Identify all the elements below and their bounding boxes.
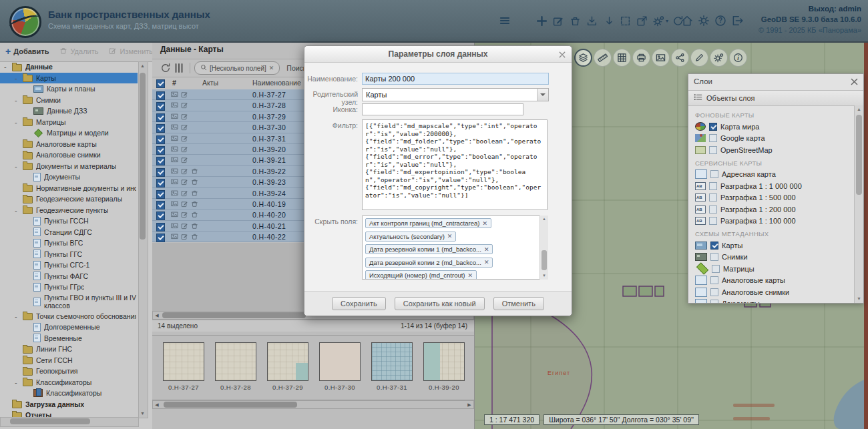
- image-icon[interactable]: [171, 200, 178, 207]
- remove-chip-icon[interactable]: ✕: [484, 259, 489, 266]
- map-tool-grid-button[interactable]: [613, 49, 631, 67]
- layer-checkbox[interactable]: [709, 123, 717, 131]
- row-checkbox[interactable]: [156, 168, 165, 177]
- add-button[interactable]: + Добавить: [0, 41, 54, 61]
- column-header-acts[interactable]: Акты: [202, 79, 218, 87]
- thumbnail-image[interactable]: [423, 342, 465, 381]
- layer-checkbox[interactable]: [710, 276, 718, 284]
- image-icon[interactable]: [171, 233, 178, 240]
- collapse-icon[interactable]: -: [4, 63, 12, 71]
- trash-icon[interactable]: [191, 200, 198, 207]
- map-thumbnail[interactable]: 0.H-37-27: [158, 336, 210, 400]
- layer-checkbox[interactable]: [710, 242, 718, 250]
- tree-item[interactable]: -Точки съемочного обоснования: [0, 311, 138, 322]
- map-tool-share-button[interactable]: [671, 49, 689, 67]
- row-checkbox[interactable]: [156, 179, 165, 187]
- scroll-down-icon[interactable]: ▼: [540, 272, 548, 280]
- filter-field[interactable]: [{"field":"md_mapscale","type":"int","op…: [362, 119, 548, 210]
- scroll-down-icon[interactable]: ▼: [139, 410, 146, 418]
- tree-item[interactable]: Временные: [0, 333, 138, 344]
- tree-item[interactable]: -Документы и материалы: [0, 161, 138, 172]
- edit-icon[interactable]: [181, 156, 188, 163]
- tree-item[interactable]: Аналоговые снимки: [0, 149, 138, 161]
- image-icon[interactable]: [171, 123, 178, 131]
- layer-checkbox[interactable]: [709, 134, 717, 142]
- edit-icon[interactable]: [181, 123, 188, 131]
- image-icon[interactable]: [171, 101, 178, 109]
- tree-item[interactable]: -Классификаторы: [0, 377, 138, 388]
- tree-vertical-scrollbar[interactable]: ▲ ▼: [138, 61, 148, 418]
- image-icon[interactable]: [171, 167, 178, 175]
- settings-icon[interactable]: [696, 13, 711, 28]
- hidden-fields-box[interactable]: Акт контроля границ (md_cntractarea)✕Акт…: [362, 216, 548, 280]
- scrollbar-thumb[interactable]: [140, 73, 146, 240]
- thumbnail-scrollbar[interactable]: ◀ ▶: [152, 400, 474, 409]
- map-tool-info-button[interactable]: i: [729, 49, 747, 67]
- scroll-left-icon[interactable]: ◀: [153, 312, 161, 319]
- layer-checkbox[interactable]: [712, 265, 720, 273]
- tree-item[interactable]: -Матрицы: [0, 117, 138, 128]
- name-field[interactable]: [362, 73, 549, 85]
- search-filter-chip[interactable]: [Несколько полей] ✕: [194, 61, 280, 75]
- trash-icon[interactable]: [191, 211, 198, 218]
- image-icon[interactable]: [171, 91, 178, 98]
- map-thumbnail[interactable]: 0.H-37-28: [210, 336, 262, 400]
- map-thumbnail[interactable]: 0.H-39-20: [418, 336, 470, 400]
- image-icon[interactable]: [171, 156, 178, 163]
- edit-icon[interactable]: [181, 135, 188, 142]
- tree-item[interactable]: Пункты ГССН: [0, 216, 138, 227]
- image-icon[interactable]: [171, 222, 178, 230]
- tree-item[interactable]: Отчеты: [0, 410, 138, 417]
- edit-icon[interactable]: [181, 211, 188, 218]
- scrollbar-thumb[interactable]: [856, 115, 862, 195]
- row-checkbox[interactable]: [156, 211, 165, 220]
- scroll-left-icon[interactable]: ◀: [153, 401, 161, 408]
- scrollbar-thumb[interactable]: [164, 402, 297, 408]
- remove-chip-icon[interactable]: ✕: [468, 272, 473, 279]
- layer-objects-button[interactable]: Объекты слоя: [706, 94, 755, 102]
- select-all-checkbox[interactable]: [156, 79, 165, 88]
- trash-icon[interactable]: [191, 189, 198, 197]
- tree-item[interactable]: Сети ГССН: [0, 355, 138, 366]
- map-tool-gears-button[interactable]: [710, 49, 728, 67]
- arrow-down-icon[interactable]: [601, 13, 616, 28]
- tree-item[interactable]: Нормативные документы и иное: [0, 183, 138, 194]
- tree-item[interactable]: Пункты ГГрс: [0, 282, 138, 293]
- layers-scrollbar[interactable]: ▲ ▼: [854, 105, 863, 303]
- row-checkbox[interactable]: [156, 91, 165, 100]
- remove-chip-icon[interactable]: ✕: [482, 220, 487, 227]
- layer-checkbox[interactable]: [709, 205, 717, 213]
- tree-item[interactable]: Пункты ФАГС: [0, 271, 138, 282]
- layer-checkbox[interactable]: [710, 253, 718, 261]
- layer-checkbox[interactable]: [709, 217, 717, 225]
- map-tool-print-button[interactable]: [632, 49, 650, 67]
- edit-icon[interactable]: [181, 167, 188, 175]
- edit-icon[interactable]: [181, 91, 188, 98]
- select-region-icon[interactable]: [618, 13, 632, 28]
- external-link-icon[interactable]: [634, 13, 649, 28]
- image-icon[interactable]: [171, 189, 178, 197]
- edit-button[interactable]: Изменить: [103, 41, 158, 61]
- help-icon[interactable]: ?: [713, 13, 728, 28]
- scrollbar-thumb[interactable]: [10, 418, 90, 424]
- save-button[interactable]: Сохранить: [332, 297, 386, 310]
- logout-link[interactable]: Выход: admin: [758, 3, 861, 14]
- scroll-right-icon[interactable]: ▶: [465, 401, 473, 408]
- edit-icon[interactable]: [181, 113, 188, 120]
- trash-icon[interactable]: [191, 222, 198, 230]
- tree-item[interactable]: Матрицы и модели: [0, 127, 138, 139]
- edit-icon[interactable]: [181, 189, 188, 197]
- scrollbar-thumb[interactable]: [541, 250, 547, 270]
- trash-icon[interactable]: [191, 167, 198, 175]
- tree-item[interactable]: Геодезические материалы: [0, 193, 138, 205]
- map-tool-layers-button[interactable]: [574, 49, 592, 67]
- trash-icon[interactable]: [568, 13, 582, 28]
- download-icon[interactable]: [584, 13, 599, 28]
- row-checkbox[interactable]: [156, 190, 165, 199]
- row-checkbox[interactable]: [156, 146, 165, 155]
- map-tool-pencil-button[interactable]: [690, 49, 708, 67]
- image-icon[interactable]: [171, 145, 178, 153]
- tree-item[interactable]: Данные ДЗЗ: [0, 105, 138, 117]
- row-checkbox[interactable]: [156, 124, 165, 133]
- collapse-icon[interactable]: -: [15, 312, 23, 320]
